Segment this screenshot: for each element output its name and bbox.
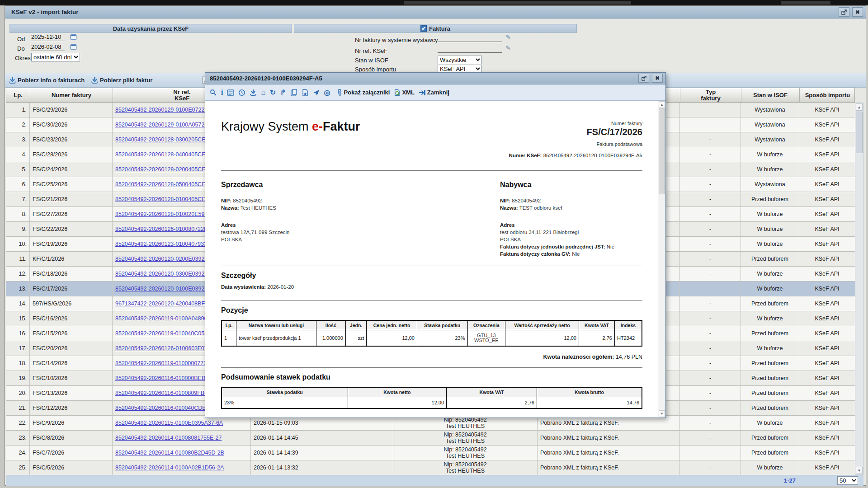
- ksef-ref-link[interactable]: 8520405492-20260128-0200405CEF: [115, 166, 209, 173]
- pobierz-pliki-button[interactable]: Pobierz pliki faktur: [91, 77, 152, 84]
- od-date-input[interactable]: 2025-12-10: [31, 33, 65, 41]
- copy-icon[interactable]: [290, 89, 297, 96]
- cell-stan-w-isof: W buforze: [741, 237, 799, 252]
- table-row[interactable]: 24.FS/C/7/20268520405492-20260114-010080…: [6, 446, 855, 460]
- ksef-ref-link[interactable]: 8520405492-20260128-0500405CEF: [115, 181, 209, 188]
- page-size-select[interactable]: 50: [837, 476, 858, 485]
- nr-ref-edit-icon[interactable]: ✎: [505, 44, 512, 52]
- xml-button[interactable]: XML: [394, 89, 414, 96]
- nr-ref-input[interactable]: [438, 45, 502, 53]
- ksef-ref-link[interactable]: 8520405492-20260116-0100809FB4: [115, 390, 208, 396]
- ksef-ref-link[interactable]: 8520405492-20260128-010020E59D: [115, 211, 208, 217]
- modal-close-icon[interactable]: ✖: [652, 74, 663, 83]
- items-cell: 12,00: [505, 330, 579, 347]
- close-icon[interactable]: ✖: [852, 7, 863, 17]
- nr-faktury-edit-icon[interactable]: ✎: [505, 33, 512, 41]
- pagination-range[interactable]: 1-27: [784, 477, 796, 484]
- ksef-ref-link[interactable]: 8520405492-20260120-0100E03929: [115, 286, 208, 292]
- do-calendar-icon[interactable]: [70, 43, 77, 51]
- cell-stan-w-isof: W buforze: [741, 282, 799, 296]
- cell-sposob-importu: KSeF API: [799, 162, 855, 177]
- main-window-titlebar: KSeF v2 - import faktur ✖: [5, 6, 866, 19]
- cell-data-uzyskania: 2026-01-14 14:39: [251, 446, 393, 460]
- table-scrollbar[interactable]: ▲ ▼: [855, 103, 863, 475]
- scroll-up-icon[interactable]: ▲: [659, 101, 665, 108]
- invoice-type: Faktura podstawowa: [509, 141, 642, 148]
- document-star-icon[interactable]: ★: [302, 89, 309, 96]
- download-icon[interactable]: [250, 89, 257, 96]
- refresh-icon[interactable]: ↻: [270, 89, 276, 96]
- ksef-ref-link[interactable]: 8520405492-20260129-0100E0722B: [115, 107, 208, 113]
- search-icon[interactable]: [210, 89, 217, 96]
- ksef-ref-link[interactable]: 8520405492-20260128-0400405CEF: [115, 151, 209, 158]
- ksef-ref-link[interactable]: 8520405492-20260119-0100000772: [115, 360, 207, 366]
- send-icon[interactable]: [313, 89, 320, 96]
- modal-maximize-icon[interactable]: [638, 74, 649, 83]
- cell-numer-faktury: FS/C/21/2026: [30, 192, 113, 207]
- ksef-ref-link[interactable]: 9671347422-20260120-4200408BFC: [115, 300, 209, 307]
- items-col-header: Indeks: [615, 320, 642, 330]
- cell-typ-faktury: -: [680, 147, 741, 162]
- ksef-ref-link[interactable]: 8520405492-20260126-0100603F07: [115, 345, 208, 352]
- modal-scrollbar[interactable]: ▲ ▼: [658, 101, 665, 418]
- history-clock-icon[interactable]: [238, 89, 245, 96]
- ksef-ref-link[interactable]: 8520405492-20260116-010040CDB2: [115, 405, 209, 411]
- ksef-ref-link[interactable]: 8520405492-20260116-010000BEB4: [115, 375, 208, 381]
- ksef-ref-link[interactable]: 8520405492-20260128-0100405CEF: [115, 196, 209, 202]
- ksef-ref-link[interactable]: 8520405492-20260115-0100E0395A37-6A: [115, 420, 223, 426]
- ksef-ref-link[interactable]: 8520405492-20260129-0100A05724: [115, 122, 208, 128]
- table-row[interactable]: 23.FS/C/8/20268520405492-20260114-010080…: [6, 431, 855, 446]
- ksef-ref-link[interactable]: 8520405492-20260120-0300E03929: [115, 271, 208, 277]
- faktura-label: Faktura: [429, 25, 450, 32]
- info-icon[interactable]: i: [221, 89, 223, 96]
- do-date-input[interactable]: 2026-02-08: [31, 43, 65, 51]
- pokaz-zalaczniki-button[interactable]: Pokaż załączniki: [336, 89, 390, 96]
- pobierz-info-button[interactable]: Pobierz info o fakturach: [9, 77, 85, 84]
- ksef-ref-link[interactable]: 8520405492-20260126-010080722E: [115, 226, 208, 232]
- cell-stan-w-isof: Przed buforem: [741, 386, 799, 401]
- ksef-ref-link[interactable]: 8520405492-20260114-01008081755E-27: [115, 435, 222, 441]
- scrollbar-thumb[interactable]: [856, 112, 863, 153]
- home-icon[interactable]: ⌂: [261, 89, 265, 96]
- cell-lp: 15.: [6, 311, 30, 326]
- od-calendar-icon[interactable]: [70, 33, 77, 41]
- cell-sposob-importu: KSeF API: [799, 446, 855, 460]
- ksef-ref-link[interactable]: 8520405492-20260120-0200E03929: [115, 256, 208, 262]
- ksef-ref-link[interactable]: 8520405492-20260119-010040C058: [115, 330, 208, 337]
- col-header-stan-w-isof: Stan w ISOF: [741, 88, 800, 102]
- cell-typ-faktury: -: [680, 117, 741, 132]
- cell-nr-ref-ksef: 8520405492-20260114-01008081755E-27: [113, 431, 251, 446]
- maximize-icon[interactable]: [839, 7, 849, 17]
- cell-sposob-importu: KSeF API: [799, 177, 855, 192]
- scroll-down-icon[interactable]: ▼: [856, 467, 863, 474]
- seller-section: Sprzedawca NIP: 8520405492 Nazwa: Test H…: [221, 173, 500, 258]
- workflow-icon[interactable]: ↱: [280, 89, 286, 96]
- ksef-ref-link[interactable]: 8520405492-20260119-0100A04890: [115, 315, 207, 322]
- cell-stan-w-isof: W buforze: [741, 416, 799, 431]
- ksef-ref-link[interactable]: 8520405492-20260123-0100407933: [115, 241, 207, 247]
- invoice-number-label: Numer faktury: [509, 120, 642, 127]
- ksef-ref-link[interactable]: 8520405492-20260128-0300205CEF: [115, 136, 209, 143]
- ksef-ref-link[interactable]: 8520405492-20260114-0100A02B1D56-2A: [115, 465, 224, 471]
- scroll-up-icon[interactable]: ▲: [856, 103, 863, 111]
- cell-stan-w-isof: Wystawiona: [741, 103, 799, 117]
- target-icon[interactable]: ◎: [324, 89, 330, 96]
- details-list-icon[interactable]: [227, 89, 234, 96]
- faktura-checkbox[interactable]: ✔: [420, 25, 427, 32]
- scroll-down-icon[interactable]: ▼: [659, 410, 665, 417]
- stan-isof-select[interactable]: Wszystkie: [438, 56, 482, 64]
- scrollbar-thumb[interactable]: [659, 108, 665, 194]
- col-header-lp: Lp.: [6, 88, 30, 102]
- tax-summary-heading: Podsumowanie stawek podatku: [221, 373, 642, 381]
- ksef-ref-link[interactable]: 8520405492-20260114-010080B2D45D-2B: [115, 450, 224, 456]
- okres-label: Okres: [15, 55, 31, 61]
- cell-sposob-importu: KSeF API: [799, 431, 855, 446]
- zamknij-button[interactable]: Zamknij: [419, 89, 449, 96]
- items-cell: towar ksef przedprodukcja 1: [236, 330, 316, 347]
- cell-lp: 21.: [6, 401, 30, 416]
- table-row[interactable]: 25.FS/C/5/20268520405492-20260114-0100A0…: [6, 460, 855, 475]
- tax-cell: 23%: [222, 397, 348, 409]
- okres-select[interactable]: ostatnie 60 dni: [31, 53, 80, 61]
- xml-document-icon: [394, 89, 401, 96]
- nr-faktury-input[interactable]: [438, 34, 502, 42]
